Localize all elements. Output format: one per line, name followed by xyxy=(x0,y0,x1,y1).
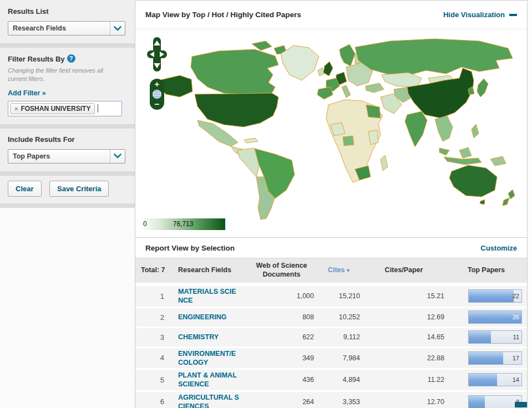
country-japan[interactable] xyxy=(477,79,488,97)
country-australia[interactable] xyxy=(449,165,497,197)
research-field-anchor[interactable]: PLANT & ANIMAL SCIENCE xyxy=(178,371,237,388)
research-field-anchor[interactable]: AGRICULTURAL SCIENCES xyxy=(178,394,239,408)
country-china[interactable] xyxy=(407,68,474,118)
research-field-anchor[interactable]: CHEMISTRY xyxy=(178,333,219,341)
country-russia[interactable] xyxy=(355,39,513,76)
research-field-link[interactable]: ENVIRONMENT/ECOLOGY xyxy=(171,348,240,369)
filter-input[interactable]: × FOSHAN UNIVERSITY xyxy=(8,101,122,116)
country-kazakhstan[interactable] xyxy=(382,73,422,87)
sidebar-divider xyxy=(0,171,135,176)
island-tasmania[interactable] xyxy=(480,200,485,205)
country-spain[interactable] xyxy=(317,87,333,99)
country-greenland[interactable] xyxy=(281,45,319,80)
world-map-area: + − 0 76,713 xyxy=(135,29,527,237)
zoom-in-icon[interactable]: + xyxy=(155,79,160,89)
country-malaysia[interactable] xyxy=(439,148,449,155)
research-field-link[interactable]: ENGINEERING xyxy=(171,312,240,323)
add-filter-link[interactable]: Add Filter » xyxy=(8,89,46,97)
top-papers-value: 22 xyxy=(513,293,519,299)
filter-results-label: Filter Results By xyxy=(8,55,65,63)
report-table-header: Total: 7 Research Fields Web of Science … xyxy=(135,258,527,283)
main-panel: Map View by Top / Hot / Highly Cited Pap… xyxy=(135,0,528,408)
remove-tag-icon[interactable]: × xyxy=(14,105,18,112)
sort-descending-icon: ▾ xyxy=(347,267,349,273)
row-cites: 10,252 xyxy=(315,313,362,321)
country-philippines[interactable] xyxy=(472,124,479,138)
country-india[interactable] xyxy=(405,111,427,147)
research-field-link[interactable]: MATERIALS SCIENCE xyxy=(171,286,240,307)
country-new-zealand[interactable] xyxy=(508,190,515,199)
table-row: 3 CHEMISTRY 622 9,112 14.65 11 xyxy=(135,328,527,346)
help-icon[interactable]: ? xyxy=(67,54,75,63)
map-pan-control[interactable] xyxy=(146,37,168,72)
footer-bar-edge xyxy=(515,402,527,407)
research-field-link[interactable]: AGRICULTURAL SCIENCES xyxy=(171,392,240,408)
esi-app-window: Results List Research Fields Filter Resu… xyxy=(0,0,532,408)
save-criteria-button[interactable]: Save Criteria xyxy=(49,181,109,197)
scale-max-label: 76,713 xyxy=(173,220,194,228)
row-rank: 6 xyxy=(135,397,171,406)
include-results-section: Include Results For Top Papers xyxy=(0,129,135,171)
research-field-link[interactable]: CHEMISTRY xyxy=(171,332,240,343)
include-results-select[interactable]: Top Papers xyxy=(8,149,125,164)
report-table-body: 1 MATERIALS SCIENCE 1,000 15,210 15.21 2… xyxy=(135,283,527,408)
results-list-select[interactable]: Research Fields xyxy=(8,21,125,35)
top-papers-bar: 26 xyxy=(468,310,522,324)
research-field-anchor[interactable]: ENGINEERING xyxy=(178,313,227,321)
country-turkey[interactable] xyxy=(366,83,384,93)
top-papers-value: 14 xyxy=(513,376,519,383)
results-list-heading: Results List xyxy=(8,7,127,16)
row-top-papers-cell: 17 xyxy=(445,351,527,365)
sidebar-divider xyxy=(0,43,135,48)
row-rank: 4 xyxy=(135,354,171,362)
region-caribbean[interactable] xyxy=(244,138,258,143)
row-cites-per-paper: 12.70 xyxy=(362,398,445,406)
row-top-papers-cell: 14 xyxy=(445,373,527,386)
research-field-anchor[interactable]: MATERIALS SCIENCE xyxy=(178,288,236,304)
country-egypt[interactable] xyxy=(366,105,381,118)
results-list-section: Results List Research Fields xyxy=(0,0,135,43)
top-papers-value: 11 xyxy=(513,334,519,340)
region-scandinavia[interactable] xyxy=(340,44,355,66)
table-row: 2 ENGINEERING 808 10,252 12.69 26 xyxy=(135,308,527,327)
row-wos-documents: 808 xyxy=(240,313,315,321)
island-borneo[interactable] xyxy=(459,147,472,158)
clear-button[interactable]: Clear xyxy=(8,181,42,197)
column-header-cites-label: Cites xyxy=(328,266,345,274)
row-top-papers-cell: 22 xyxy=(445,289,527,303)
row-wos-documents: 436 xyxy=(240,376,315,384)
column-header-top-papers: Top Papers xyxy=(445,266,527,275)
filter-results-heading: Filter Results By? xyxy=(8,54,127,63)
country-ireland[interactable] xyxy=(318,68,324,76)
country-madagascar[interactable] xyxy=(381,155,388,171)
country-arctic-islands[interactable] xyxy=(252,41,272,50)
filter-sidebar: Results List Research Fields Filter Resu… xyxy=(0,0,135,408)
column-header-cites-sort[interactable]: Cites ▾ xyxy=(315,266,362,275)
island-new-guinea[interactable] xyxy=(490,156,506,166)
row-cites-per-paper: 12.69 xyxy=(362,313,445,321)
research-field-anchor[interactable]: ENVIRONMENT/ECOLOGY xyxy=(178,350,236,366)
row-rank: 2 xyxy=(135,313,171,322)
table-row: 5 PLANT & ANIMAL SCIENCE 436 4,894 11.22… xyxy=(135,370,527,390)
row-cites: 7,984 xyxy=(315,354,362,362)
hide-visualization-link[interactable]: Hide Visualization xyxy=(443,11,517,19)
customize-link[interactable]: Customize xyxy=(480,244,517,252)
zoom-out-icon[interactable]: − xyxy=(155,99,160,109)
region-indochina[interactable] xyxy=(435,116,453,141)
row-wos-documents: 622 xyxy=(240,333,315,341)
country-new-zealand[interactable] xyxy=(503,198,509,206)
choropleth-world-map xyxy=(135,32,527,221)
country-nigeria[interactable] xyxy=(343,136,354,146)
sidebar-divider xyxy=(0,203,135,208)
country-usa[interactable] xyxy=(195,93,278,127)
country-canada[interactable] xyxy=(191,49,278,94)
map-zoom-control[interactable]: + − xyxy=(149,78,165,110)
row-rank: 3 xyxy=(135,333,171,341)
country-italy[interactable] xyxy=(342,85,351,98)
top-papers-bar-fill xyxy=(469,290,514,302)
column-header-wos-documents: Web of Science Documents xyxy=(240,262,315,279)
row-top-papers-cell: 11 xyxy=(445,330,527,344)
country-uk[interactable] xyxy=(323,62,333,76)
table-row: 6 AGRICULTURAL SCIENCES 264 3,353 12.70 … xyxy=(135,392,527,408)
research-field-link[interactable]: PLANT & ANIMAL SCIENCE xyxy=(171,370,240,390)
